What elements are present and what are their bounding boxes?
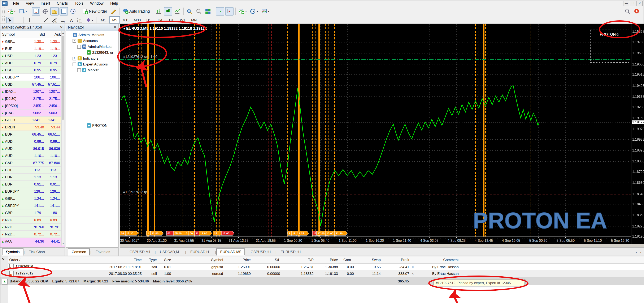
close-icon[interactable]: ✕ <box>60 25 63 29</box>
column-symbol[interactable]: Symbol <box>0 32 28 37</box>
minimize-button[interactable]: — <box>623 1 629 6</box>
tree-expander-icon[interactable]: + <box>72 57 76 60</box>
tab-favorites[interactable]: Favorites <box>92 248 114 255</box>
chart-tab-eurusd-h1[interactable]: EURUSD,H1 <box>277 248 305 255</box>
text-label-tool-button[interactable]: T <box>76 17 84 23</box>
indicators-button[interactable]: ▾ <box>238 7 248 15</box>
menu-insert[interactable]: Insert <box>37 1 54 6</box>
symbol-row[interactable]: ▲AUD... 0.99... 0.99... <box>0 138 64 145</box>
timeframe-H1-button[interactable]: H1 <box>144 16 154 24</box>
price-chart[interactable]: 30 Aug 201730 Aug 21:3031 Aug 02:5531 Au… <box>120 24 631 244</box>
symbol-row[interactable]: ▲AUD... 1.10... 1.10... <box>0 152 64 159</box>
timeframe-M15-button[interactable]: M15 <box>121 16 131 24</box>
zoom-in-button[interactable] <box>186 7 194 15</box>
vertical-line-tool-button[interactable] <box>26 17 33 23</box>
navigator-item-indicators[interactable]: +ƒ Indicators <box>66 55 118 61</box>
navigator-item-expert-advisors[interactable]: -◆ Expert Advisors <box>66 61 118 67</box>
tab-common[interactable]: Common <box>68 248 90 255</box>
toolbar-grip[interactable] <box>2 7 4 15</box>
timeframe-M5-button[interactable]: M5 <box>110 16 120 24</box>
chart-shift-button[interactable] <box>225 7 234 15</box>
navigator-item-market[interactable]: -◆ Market <box>66 67 118 73</box>
chart-tab-gbpusd-m1[interactable]: GBPUSD,M1 <box>126 248 154 255</box>
symbol-row[interactable]: ▲[CAC... 5062... 5063... <box>0 110 64 117</box>
symbol-row[interactable]: ▲USD... 1.23... 1.23... <box>0 53 64 60</box>
timeframe-H4-button[interactable]: H4 <box>155 16 165 24</box>
tile-windows-button[interactable] <box>204 7 212 15</box>
new-order-button[interactable]: New Order <box>81 7 108 15</box>
chart-tab-gbpusd-h1[interactable]: GBPUSD,H1 <box>247 248 275 255</box>
navigator-item-admiralmarkets[interactable]: -▤ AdmiralMarkets <box>66 44 118 50</box>
menu-file[interactable]: File <box>10 1 22 6</box>
channel-tool-button[interactable]: E <box>50 17 58 23</box>
symbol-row[interactable]: ▲GBPJPY 141.... 141.... <box>0 202 64 209</box>
menu-charts[interactable]: Charts <box>54 1 71 6</box>
tree-expander-icon[interactable]: - <box>72 39 76 43</box>
order-row[interactable]: 1219276122017.08.30 00:35:25sell1.00euru… <box>8 270 644 277</box>
close-order-icon[interactable]: × <box>412 271 414 276</box>
symbol-row[interactable]: ▲[DAX... 1207... 1207... <box>0 88 64 95</box>
bar-chart-button[interactable] <box>155 7 163 15</box>
column-ask[interactable]: Ask <box>45 32 62 37</box>
text-tool-button[interactable]: A <box>68 17 75 23</box>
tab-tick-chart[interactable]: Tick Chart <box>25 248 49 255</box>
close-button[interactable]: ✕ <box>636 1 643 6</box>
tree-expander-icon[interactable]: - <box>77 68 81 72</box>
tab-scroll-right-icon[interactable]: › <box>640 250 641 254</box>
navigator-toggle-button[interactable] <box>50 7 59 15</box>
symbol-row[interactable]: ▲USD... 57.45... 57.51... <box>0 81 64 88</box>
symbol-row[interactable]: ▲USD... 0.95... 0.95... <box>0 67 64 74</box>
symbol-row[interactable]: ▲USDJPY 108.... 108.... <box>0 74 64 81</box>
fibonacci-tool-button[interactable]: F <box>59 17 67 23</box>
menu-view[interactable]: View <box>22 1 37 6</box>
symbol-row[interactable]: ▲NZD... 78.760 78.791 <box>0 224 64 231</box>
menu-tools[interactable]: Tools <box>71 1 87 6</box>
symbol-row[interactable]: ▲#AA 44.36 44.41 <box>0 238 64 245</box>
autotrading-button[interactable]: AutoTrading <box>122 7 151 15</box>
horizontal-line-tool-button[interactable] <box>34 17 41 23</box>
auto-scroll-button[interactable] <box>216 7 224 15</box>
timeframe-M30-button[interactable]: M30 <box>132 16 142 24</box>
templates-button[interactable]: ▾ <box>260 7 271 15</box>
market-watch-toggle-button[interactable] <box>32 7 40 15</box>
menu-window[interactable]: Window <box>87 1 107 6</box>
symbol-row[interactable]: ▼EUR... 1.19... 1.19... <box>0 45 64 53</box>
chart-tab-usdcad-m1[interactable]: USDCAD,M1 <box>156 248 185 255</box>
zoom-out-button[interactable] <box>195 7 203 15</box>
chart-tab-eurusd-m5[interactable]: EURUSD,M5 <box>216 248 245 255</box>
scroll-up-icon[interactable]: ▲ <box>62 31 64 35</box>
profiles-button[interactable]: ▾ <box>18 7 28 15</box>
tree-expander-icon[interactable]: - <box>77 45 81 49</box>
symbol-row[interactable]: ▼NZD... 0.72... 0.72... <box>0 231 64 238</box>
symbol-row[interactable]: ▼BRENT 53.40 53.44 <box>0 124 64 131</box>
symbol-row[interactable]: ▲AUD... 0.79... 0.79... <box>0 60 64 67</box>
navigator-item-admiral-markets[interactable]: ▦ Admiral Markets <box>66 32 118 38</box>
close-icon[interactable]: ✕ <box>114 25 116 29</box>
navigator-item-proton[interactable]: ◆ PROTON <box>66 123 118 128</box>
market-watch-scrollbar[interactable]: ▲ ▼ <box>61 31 64 245</box>
tab-symbols[interactable]: Symbols <box>2 248 23 255</box>
timeframe-W1-button[interactable]: W1 <box>177 16 188 24</box>
timeframe-M1-button[interactable]: M1 <box>98 16 108 24</box>
symbol-row[interactable]: ▲[DJI30] 2175... 2175... <box>0 95 64 102</box>
scrollbar-thumb[interactable] <box>62 36 64 120</box>
help-button[interactable] <box>632 7 641 15</box>
terminal-toggle-button[interactable] <box>60 7 68 15</box>
timeframe-MN-button[interactable]: MN <box>189 16 199 24</box>
periods-button[interactable]: ▾ <box>249 7 259 15</box>
timeframe-D1-button[interactable]: D1 <box>166 16 176 24</box>
symbol-row[interactable]: ▲CAD... 87.775 87.806 <box>0 159 64 167</box>
symbol-row[interactable]: ▲EUR... 0.91... 0.91... <box>0 181 64 188</box>
new-chart-button[interactable]: ▾ <box>6 7 17 15</box>
close-order-icon[interactable]: × <box>412 265 414 269</box>
symbol-row[interactable]: ▼NZD... 0.89... 0.89... <box>0 216 64 224</box>
symbol-row[interactable]: ▲CHF... 113.... 113.... <box>0 167 64 174</box>
menu-help[interactable]: Help <box>107 1 122 6</box>
terminal-header-row[interactable]: Order /TimeTypeSizeSymbolPriceS/LT/PPric… <box>8 256 644 263</box>
toolbar-grip[interactable] <box>2 16 4 24</box>
tree-expander-icon[interactable]: - <box>72 62 76 66</box>
symbol-row[interactable]: ▲GBP... 1.79... 1.80... <box>0 209 64 216</box>
arrows-tool-button[interactable]: ▾ <box>85 17 94 23</box>
symbol-row[interactable]: ▲EURJPY 129.... 129.... <box>0 188 64 195</box>
chart-tab-eurusd-h1[interactable]: EURUSD,H1 <box>186 248 215 255</box>
